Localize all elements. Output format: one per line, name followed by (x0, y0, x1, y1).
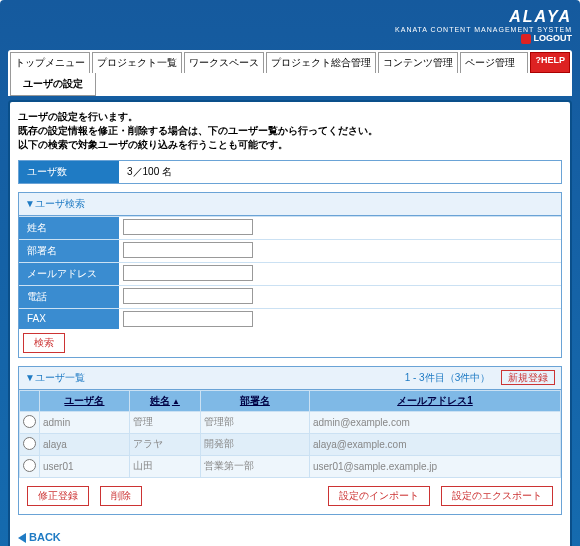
app-header: ALAYA KANATA CONTENT MANAGEMENT SYSTEM L… (8, 8, 572, 50)
tab-top[interactable]: トップメニュー (10, 52, 90, 73)
search-button[interactable]: 検索 (23, 333, 65, 353)
label-mail: メールアドレス (19, 263, 119, 285)
list-heading: ▼ユーザ一覧 1 - 3件目（3件中） 新規登録 (19, 367, 561, 390)
list-panel: ▼ユーザ一覧 1 - 3件目（3件中） 新規登録 ユーザ名 姓名 部署名 メール… (18, 366, 562, 515)
tab-workspace[interactable]: ワークスペース (184, 52, 264, 73)
input-name[interactable] (123, 219, 253, 235)
main-tabs: トップメニュー プロジェクト一覧 ワークスペース プロジェクト総合管理 コンテン… (8, 50, 572, 73)
new-register-button[interactable]: 新規登録 (501, 370, 555, 385)
edit-button[interactable]: 修正登録 (27, 486, 89, 506)
help-button[interactable]: ?HELP (530, 52, 570, 73)
back-button[interactable]: BACK (18, 531, 61, 543)
brand-logo: ALAYA (395, 8, 572, 26)
col-mail[interactable]: メールアドレス1 (309, 390, 560, 411)
tab-projects[interactable]: プロジェクト一覧 (92, 52, 182, 73)
input-mail[interactable] (123, 265, 253, 281)
label-name: 姓名 (19, 217, 119, 239)
table-row: alaya アラヤ 開発部 alaya@example.com (20, 433, 561, 455)
export-button[interactable]: 設定のエクスポート (441, 486, 553, 506)
subtab-user-settings[interactable]: ユーザの設定 (10, 73, 96, 96)
table-row: user01 山田 営業第一部 user01@sample.example.jp (20, 455, 561, 477)
input-tel[interactable] (123, 288, 253, 304)
content-panel: ユーザの設定を行います。 既存の設定情報を修正・削除する場合は、下のユーザー覧か… (8, 100, 572, 546)
tab-project-admin[interactable]: プロジェクト総合管理 (266, 52, 376, 73)
row-radio[interactable] (23, 437, 36, 450)
search-panel: ▼ユーザ検索 姓名 部署名 メールアドレス 電話 FAX 検索 (18, 192, 562, 358)
label-fax: FAX (19, 309, 119, 329)
label-tel: 電話 (19, 286, 119, 308)
brand-subtitle: KANATA CONTENT MANAGEMENT SYSTEM (395, 26, 572, 33)
user-count-panel: ユーザ数 3／100 名 (18, 160, 562, 184)
row-radio[interactable] (23, 459, 36, 472)
col-select (20, 390, 40, 411)
col-name[interactable]: 姓名 (129, 390, 200, 411)
col-user[interactable]: ユーザ名 (40, 390, 130, 411)
row-radio[interactable] (23, 415, 36, 428)
col-dept[interactable]: 部署名 (200, 390, 309, 411)
label-dept: 部署名 (19, 240, 119, 262)
logout-link[interactable]: LOGOUT (395, 33, 572, 44)
table-row: admin 管理 管理部 admin@example.com (20, 411, 561, 433)
delete-button[interactable]: 削除 (100, 486, 142, 506)
search-heading: ▼ユーザ検索 (19, 193, 561, 216)
user-count-label: ユーザ数 (19, 161, 119, 183)
input-fax[interactable] (123, 311, 253, 327)
user-count-value: 3／100 名 (119, 161, 180, 183)
subtab-bar: ユーザの設定 (8, 73, 572, 96)
tab-content-admin[interactable]: コンテンツ管理 (378, 52, 458, 73)
intro-text: ユーザの設定を行います。 既存の設定情報を修正・削除する場合は、下のユーザー覧か… (18, 110, 562, 152)
import-button[interactable]: 設定のインポート (328, 486, 430, 506)
user-table: ユーザ名 姓名 部署名 メールアドレス1 admin 管理 管理部 admin@… (19, 390, 561, 478)
back-arrow-icon (18, 533, 26, 543)
list-range: 1 - 3件目（3件中） (405, 372, 491, 383)
input-dept[interactable] (123, 242, 253, 258)
tab-page-admin[interactable]: ページ管理 (460, 52, 528, 73)
logout-icon (521, 34, 531, 44)
